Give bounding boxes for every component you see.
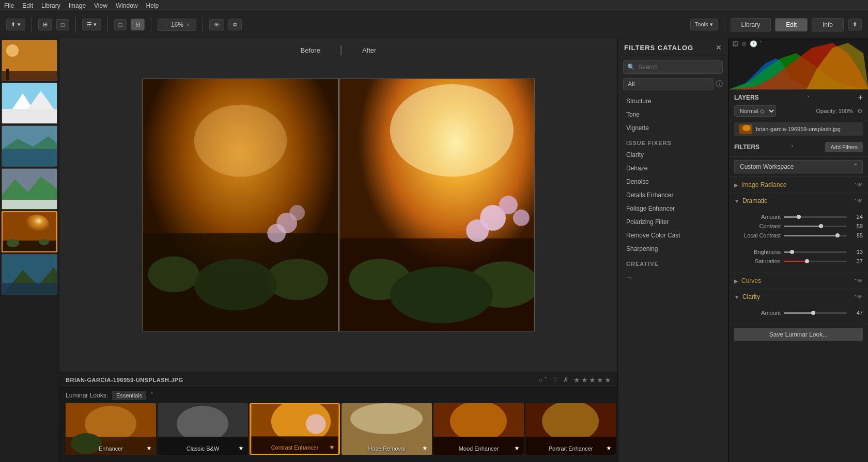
library-tab[interactable]: Library: [731, 18, 771, 31]
film-thumb-5[interactable]: [2, 211, 57, 252]
filter-cat-structure[interactable]: Structure: [618, 94, 728, 108]
look-star-enhancer[interactable]: ★: [146, 444, 152, 452]
look-thumb-bw[interactable]: Classic B&W ★: [158, 403, 248, 455]
menu-edit[interactable]: Edit: [22, 2, 33, 9]
slider-thumb-brightness[interactable]: [790, 250, 794, 254]
menu-view[interactable]: View: [94, 2, 107, 9]
edit-tab[interactable]: Edit: [775, 18, 808, 31]
canvas-image[interactable]: [142, 78, 535, 331]
star-3[interactable]: ★: [589, 376, 596, 384]
crop-btn[interactable]: □: [114, 19, 127, 30]
compare-toggle[interactable]: ⧉: [228, 19, 242, 30]
eye-btn[interactable]: 👁: [209, 19, 224, 30]
filter-item-polarizing[interactable]: Polarizing Filter: [618, 215, 728, 229]
essentials-btn[interactable]: Essentials: [112, 391, 146, 400]
look-star-portrait[interactable]: ★: [606, 444, 612, 452]
chevron-icon[interactable]: ˄: [150, 392, 153, 399]
layers-add-btn[interactable]: +: [858, 93, 863, 102]
film-thumb-3[interactable]: [2, 125, 57, 167]
save-luminar-look-btn[interactable]: Save Luminar Look...: [734, 328, 863, 341]
menu-help[interactable]: Help: [146, 2, 159, 9]
split-line[interactable]: [338, 79, 339, 331]
filter-item-sharpening[interactable]: Sharpening: [618, 242, 728, 256]
film-thumb-4[interactable]: [2, 168, 57, 210]
heart-icon[interactable]: ♡: [552, 376, 558, 384]
grid-btn[interactable]: ⊞: [38, 19, 52, 30]
add-filters-btn[interactable]: Add Filters: [825, 142, 863, 152]
filter-row-header-dramatic[interactable]: ▼ Dramatic ˅ 👁: [729, 193, 868, 209]
zoom-out-btn[interactable]: −: [164, 22, 167, 28]
close-filters-btn[interactable]: ✕: [716, 43, 722, 52]
circle-icon[interactable]: ○ ˄: [538, 376, 547, 384]
menu-window[interactable]: Window: [116, 2, 138, 9]
info-icon[interactable]: ⓘ: [716, 79, 723, 89]
filter-item-details[interactable]: Details Enhancer: [618, 188, 728, 202]
tools-btn[interactable]: Tools ▾: [690, 19, 718, 30]
filter-row-header-radiance[interactable]: ▶ Image Radiance ˅ 👁: [729, 177, 868, 193]
visibility-icon-curves[interactable]: 👁: [857, 277, 863, 284]
filters-search-input[interactable]: [623, 60, 723, 74]
slider-track-amount[interactable]: [784, 216, 847, 218]
slider-track-contrast[interactable]: [784, 226, 847, 227]
look-thumb-portrait[interactable]: Portrait Enhancer ★: [525, 403, 616, 455]
filter-item-dehaze[interactable]: Dehaze: [618, 162, 728, 175]
film-thumb-1[interactable]: [2, 40, 57, 81]
filter-cat-tone[interactable]: Tone: [618, 108, 728, 121]
star-5[interactable]: ★: [605, 376, 611, 384]
single-btn[interactable]: □: [56, 19, 69, 30]
canvas-view[interactable]: Before After: [59, 38, 617, 372]
look-thumb-contrast[interactable]: Contrast Enhancer ★: [250, 403, 340, 455]
share-btn[interactable]: ⬆: [848, 19, 862, 30]
star-1[interactable]: ★: [574, 376, 580, 384]
flag-icon[interactable]: ✗: [563, 376, 568, 384]
filters-dropdown[interactable]: All: [623, 78, 714, 90]
slider-track-brightness[interactable]: [784, 251, 847, 253]
list-btn[interactable]: ☰ ▾: [82, 19, 101, 30]
menu-file[interactable]: File: [4, 2, 14, 9]
menu-image[interactable]: Image: [69, 2, 86, 9]
filter-row-header-curves[interactable]: ▶ Curves ˅ 👁: [729, 273, 868, 289]
workspace-btn[interactable]: Custom Workspace ˅: [734, 160, 863, 173]
info-tab[interactable]: Info: [812, 18, 844, 31]
filter-row-header-clarity[interactable]: ▼ Clarity ˅ 👁: [729, 289, 868, 305]
slider-thumb-amount[interactable]: [797, 215, 801, 219]
look-star-mood[interactable]: ★: [514, 444, 520, 452]
star-rating[interactable]: ★ ★ ★ ★ ★: [574, 376, 611, 384]
filter-item-removecolor[interactable]: Remove Color Cast: [618, 229, 728, 242]
visibility-icon-clarity[interactable]: 👁: [857, 293, 863, 300]
film-thumb-6[interactable]: [2, 254, 57, 295]
slider-thumb-local-contrast[interactable]: [835, 233, 840, 237]
slider-thumb-saturation[interactable]: [805, 259, 809, 263]
look-thumb-haze[interactable]: Haze Removal ★: [342, 403, 432, 455]
layers-chevron[interactable]: ˅: [807, 95, 810, 101]
visibility-icon-dramatic[interactable]: 👁: [857, 197, 863, 204]
filter-cat-vignette[interactable]: Vignette: [618, 121, 728, 135]
star-2[interactable]: ★: [581, 376, 588, 384]
filter-item-denoise[interactable]: Denoise: [618, 175, 728, 188]
look-thumb-mood[interactable]: Mood Enhancer ★: [433, 403, 524, 455]
layer-item[interactable]: brian-garcia-196959-unsplash.jpg: [734, 122, 863, 136]
zoom-in-btn[interactable]: +: [187, 22, 190, 28]
slider-thumb-contrast[interactable]: [819, 224, 823, 228]
gear-icon[interactable]: ⚙: [857, 107, 863, 115]
look-star-bw[interactable]: ★: [238, 444, 244, 452]
menu-library[interactable]: Library: [41, 2, 60, 9]
blend-mode-select[interactable]: Normal ◇: [734, 105, 776, 117]
filter-item-creative-more[interactable]: ...: [618, 269, 728, 282]
look-star-haze[interactable]: ★: [422, 444, 428, 452]
slider-track-clarity-amount[interactable]: [784, 312, 847, 314]
look-thumb-enhancer[interactable]: Enhancer ★: [66, 403, 156, 455]
svg-point-29: [289, 205, 305, 220]
look-star-contrast[interactable]: ★: [329, 443, 335, 451]
compare-btn[interactable]: ⊡: [131, 19, 145, 30]
slider-thumb-clarity-amount[interactable]: [811, 311, 815, 315]
filter-item-clarity[interactable]: Clarity: [618, 148, 728, 162]
filter-item-foliage[interactable]: Foliage Enhancer: [618, 202, 728, 215]
slider-track-saturation[interactable]: [784, 261, 847, 262]
import-btn[interactable]: ⬆ ▾: [6, 19, 25, 30]
visibility-icon-radiance[interactable]: 👁: [857, 181, 863, 188]
slider-track-local-contrast[interactable]: [784, 235, 847, 236]
film-thumb-2[interactable]: [2, 83, 57, 124]
star-4[interactable]: ★: [597, 376, 603, 384]
filters-chevron[interactable]: ˅: [791, 145, 794, 150]
